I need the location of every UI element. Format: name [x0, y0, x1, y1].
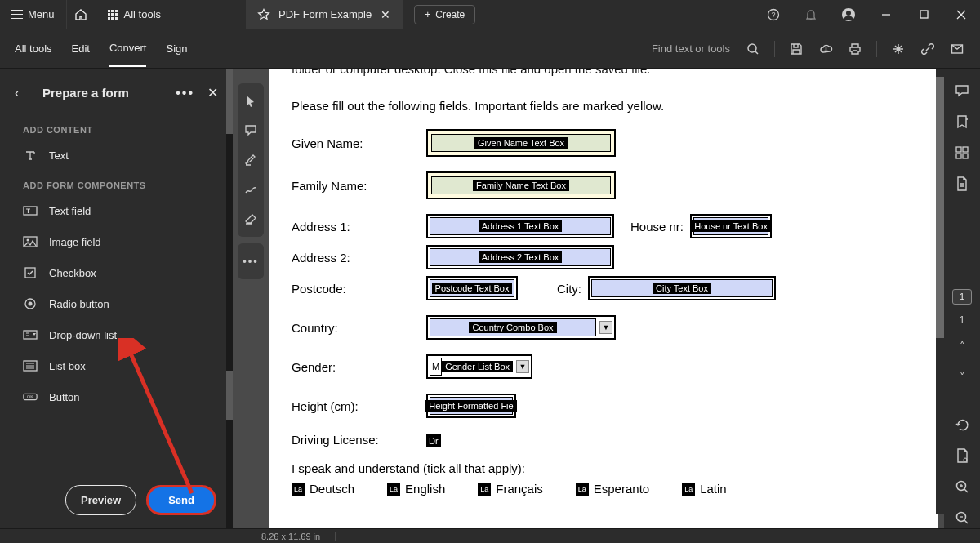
field-height[interactable]: Height Formatted Fie	[426, 394, 516, 418]
toolbar-edit[interactable]: Edit	[72, 31, 90, 66]
page-indicator[interactable]: 1	[952, 289, 972, 305]
tab-close-button[interactable]: ✕	[380, 9, 391, 20]
more-tools[interactable]: •••	[238, 248, 264, 274]
lang-esperanto[interactable]: LaEsperanto	[576, 482, 649, 496]
field-driving[interactable]: Dr	[426, 433, 441, 447]
panel-close-button[interactable]: ✕	[207, 85, 218, 100]
pdf-page[interactable]: folder or computer desktop. Close this f…	[269, 69, 938, 528]
document-tab[interactable]: PDF Form Example ✕	[246, 0, 403, 29]
search-icon	[746, 42, 760, 56]
select-tool[interactable]	[238, 88, 264, 114]
field-given-name[interactable]: Given Name Text Box	[426, 129, 616, 157]
panel-item-button[interactable]: OK Button	[0, 381, 233, 412]
panel-item-dropdown[interactable]: Drop-down list	[0, 319, 233, 350]
menu-button[interactable]: Menu	[0, 0, 66, 29]
field-postcode[interactable]: Postcode Text Box	[426, 276, 518, 300]
right-rail: 1 1 ˄ ˅	[944, 69, 980, 528]
panel-item-text-field[interactable]: Text field	[0, 195, 233, 226]
lang-deutsch[interactable]: LaDeutsch	[292, 482, 354, 496]
panel-item-radio[interactable]: Radio button	[0, 288, 233, 319]
rail-attachments[interactable]	[951, 173, 973, 194]
field-address1[interactable]: Address 1 Text Box	[426, 214, 614, 238]
erase-tool[interactable]	[238, 206, 264, 232]
label-address2: Address 2:	[292, 251, 426, 265]
panel-item-checkbox[interactable]: Checkbox	[0, 257, 233, 288]
doc-instruction: Please fill out the following fields. Im…	[292, 99, 915, 113]
field-country[interactable]: Country Combo Box▼	[426, 315, 616, 340]
doc-scrollbar[interactable]	[936, 69, 944, 514]
panel-more-button[interactable]: •••	[176, 86, 194, 100]
field-city[interactable]: City Text Box	[588, 276, 776, 300]
lang-francais[interactable]: LaFrançais	[478, 482, 543, 496]
email-button[interactable]	[944, 36, 970, 62]
panel-back-button[interactable]: ‹	[15, 86, 31, 100]
page-icon	[956, 448, 969, 463]
cloud-icon	[819, 42, 833, 56]
account-button[interactable]	[830, 0, 867, 29]
label-house-nr: House nr:	[630, 220, 684, 234]
page-up[interactable]: ˄	[951, 336, 973, 357]
panel-item-label: Text field	[49, 205, 91, 217]
page-down[interactable]: ˅	[951, 366, 973, 387]
lang-english[interactable]: LaEnglish	[387, 482, 445, 496]
field-gender[interactable]: MGender List Box▼	[426, 354, 532, 379]
svg-text:OK: OK	[27, 394, 33, 399]
search-button[interactable]	[740, 36, 766, 62]
create-button[interactable]: + Create	[414, 5, 475, 24]
lang-check-icon: La	[387, 483, 400, 496]
dots-icon: •••	[243, 256, 259, 268]
close-window-button[interactable]	[942, 0, 980, 29]
minimize-button[interactable]	[867, 0, 905, 29]
all-tools-button[interactable]: All tools	[96, 0, 173, 29]
svg-point-16	[29, 302, 33, 306]
field-family-name[interactable]: Family Name Text Box	[426, 171, 616, 199]
lang-latin[interactable]: LaLatin	[682, 482, 727, 496]
label-postcode: Postcode:	[292, 282, 426, 296]
toolbar-sign[interactable]: Sign	[166, 31, 187, 66]
panel-item-listbox[interactable]: List box	[0, 350, 233, 381]
label-family-name: Family Name:	[292, 179, 426, 193]
save-button[interactable]	[783, 36, 809, 62]
draw-tool[interactable]	[238, 176, 264, 203]
rail-zoom-out[interactable]	[951, 507, 973, 528]
field-house-nr[interactable]: House nr Text Box	[690, 214, 772, 238]
panel-item-image-field[interactable]: Image field	[0, 226, 233, 257]
search-input[interactable]: Find text or tools	[645, 42, 737, 55]
print-button[interactable]	[842, 36, 868, 62]
rail-chat[interactable]	[951, 80, 973, 101]
print-icon	[849, 42, 862, 56]
rail-bookmarks[interactable]	[951, 111, 973, 132]
all-tools-label: All tools	[124, 8, 162, 20]
send-button[interactable]: Send	[146, 485, 216, 515]
bell-icon	[804, 8, 817, 21]
svg-line-32	[964, 520, 968, 523]
thumbnails-icon	[956, 146, 969, 159]
svg-rect-5	[920, 11, 928, 18]
help-button[interactable]: ?	[755, 0, 792, 29]
field-address2[interactable]: Address 2 Text Box	[426, 245, 614, 269]
chevron-up-icon: ˄	[960, 340, 965, 352]
panel-item-label: Checkbox	[49, 267, 96, 279]
link-button[interactable]	[915, 36, 941, 62]
svg-line-9	[755, 51, 758, 54]
language-row: LaDeutsch LaEnglish LaFrançais LaEsperan…	[292, 482, 915, 496]
highlight-tool[interactable]	[238, 147, 264, 173]
panel-item-label: Drop-down list	[49, 329, 117, 341]
comment-tool[interactable]	[238, 118, 264, 144]
svg-point-8	[748, 44, 756, 52]
toolbar-convert[interactable]: Convert	[109, 30, 147, 67]
rail-rotate[interactable]	[951, 415, 973, 436]
panel-scrollbar[interactable]	[226, 69, 233, 528]
help-icon: ?	[767, 8, 780, 21]
maximize-button[interactable]	[905, 0, 942, 29]
rail-zoom-in[interactable]	[951, 476, 973, 497]
home-button[interactable]	[66, 0, 96, 29]
panel-item-text[interactable]: Text	[0, 140, 233, 171]
rail-layers[interactable]	[951, 445, 973, 466]
toolbar-all-tools[interactable]: All tools	[15, 31, 52, 66]
rail-thumbnails[interactable]	[951, 142, 973, 163]
notifications-button[interactable]	[792, 0, 830, 29]
ai-button[interactable]	[885, 36, 911, 62]
preview-button[interactable]: Preview	[65, 485, 136, 515]
cloud-button[interactable]	[813, 36, 839, 62]
